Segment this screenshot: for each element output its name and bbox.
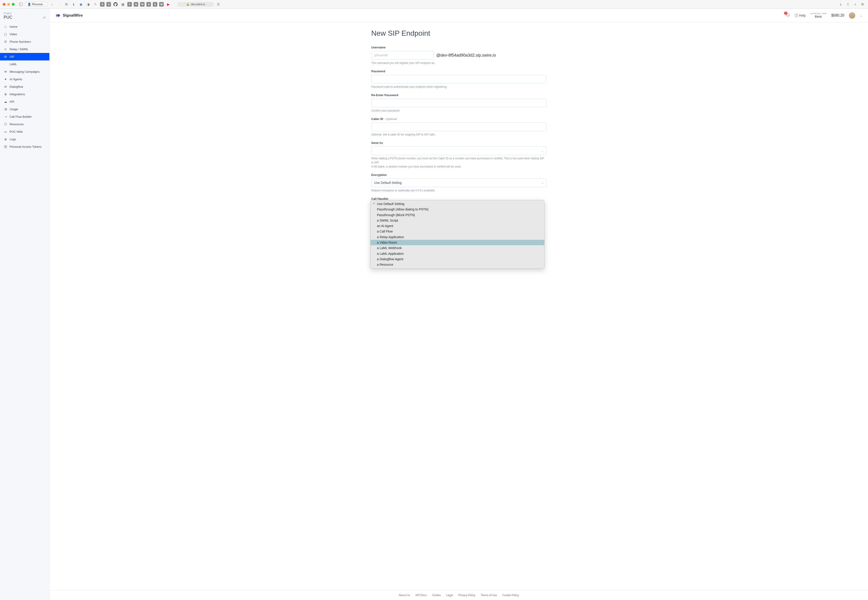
tab-icon-n[interactable]: N [134, 2, 138, 7]
nav-icon: ≣ [4, 138, 7, 141]
close-window-button[interactable] [3, 3, 6, 6]
sidebar-item-video[interactable]: ▢Video [0, 30, 49, 38]
sidebar-item-personal-access-tokens[interactable]: ⚿Personal Access Tokens [0, 143, 49, 150]
project-switch-icon[interactable]: ⇄ [43, 16, 46, 19]
window-controls [3, 3, 15, 6]
sidebar-item-integrations[interactable]: ⊕Integrations [0, 91, 49, 98]
sidebar-item-api[interactable]: ☁API [0, 98, 49, 106]
tab-icon-w[interactable]: W [159, 2, 164, 7]
user-menu-chevron-icon[interactable]: ⌄ [860, 14, 862, 17]
nav-label: LāML [9, 62, 17, 66]
username-input[interactable] [371, 51, 434, 59]
help-label: Help [799, 14, 806, 17]
brand[interactable]: SignalWire [55, 13, 83, 18]
sidebar-item-home[interactable]: ⌂Home [0, 23, 49, 30]
dropdown-option[interactable]: Passthrough (Block PSTN) [370, 212, 544, 218]
dropdown-option[interactable]: a Relay Application [370, 234, 544, 240]
sidebar-item-messaging-campaigns[interactable]: ✉Messaging Campaigns [0, 68, 49, 76]
tab-icon-s1[interactable]: S [100, 2, 105, 7]
footer-link[interactable]: Cookie Policy [502, 594, 519, 597]
tabs-overview-icon[interactable]: ⧉ [860, 2, 865, 7]
tab-icon-a[interactable]: A [146, 2, 151, 7]
project-name: PUC [4, 15, 12, 20]
send-as-field: Send As ⌄ When dialing a PSTN phone numb… [371, 141, 546, 169]
dropdown-option[interactable]: a Video Room [370, 240, 544, 245]
tab-icon-s2[interactable]: S [106, 2, 111, 7]
github-icon[interactable] [113, 2, 118, 7]
brand-logo-icon [55, 13, 61, 18]
notifications-button[interactable]: 2 [786, 13, 790, 18]
back-button[interactable]: ‹ [49, 2, 55, 7]
help-link[interactable]: Help [795, 14, 806, 17]
encryption-label: Encryption [371, 173, 546, 177]
profile-name: Personal [32, 3, 42, 6]
nav-label: SIP [9, 55, 14, 58]
footer-link[interactable]: Legal [446, 594, 453, 597]
sidebar-item-puc-web[interactable]: ▭PUC Web [0, 128, 49, 135]
ext-icon-5[interactable]: ✎ [93, 2, 98, 7]
url-bar[interactable]: 🔒 dev.swire.io [178, 2, 214, 7]
ext-icon-4[interactable]: ◑ [85, 2, 91, 7]
support-tier[interactable]: SUPPORT TIER Basic [810, 12, 827, 18]
share-icon[interactable]: ⇪ [845, 2, 851, 7]
profile-switcher[interactable]: 👤Personal⌄ [26, 2, 47, 7]
nav-icon: ⎋ [4, 47, 7, 51]
ext-icon-3[interactable]: ◉ [78, 2, 83, 7]
sidebar-item-relay-swml[interactable]: ⎋Relay / SWML [0, 45, 49, 53]
download-icon[interactable]: ⤓ [838, 2, 844, 7]
footer-link[interactable]: About Us [399, 594, 410, 597]
footer-link[interactable]: Terms of Use [481, 594, 497, 597]
maximize-window-button[interactable] [12, 3, 15, 6]
password-input[interactable] [371, 75, 546, 83]
sidebar-nav: ⌂Home▢Video✆Phone Numbers⎋Relay / SWML☏S… [0, 22, 49, 600]
sidebar-item-logs[interactable]: ≣Logs [0, 135, 49, 143]
dropdown-option[interactable]: Use Default Setting [370, 201, 544, 207]
sidebar-item-resources[interactable]: ⎔Resources [0, 120, 49, 128]
dropdown-option[interactable]: a LaML Application [370, 251, 544, 256]
dropdown-option[interactable]: a Call Flow [370, 229, 544, 234]
dropdown-option[interactable]: a Resource [370, 262, 544, 267]
password2-label: Re-Enter Password [371, 93, 546, 97]
reader-icon[interactable]: ☰ [215, 2, 221, 7]
sidebar-toggle-icon[interactable] [18, 2, 24, 7]
tab-icon-f[interactable]: F [127, 2, 132, 7]
sidebar-item-call-flow-builder[interactable]: ⇢Call Flow Builder [0, 113, 49, 120]
balance[interactable]: $580.20 [831, 14, 844, 18]
sidebar-item-l-ml[interactable]: LāML [0, 61, 49, 68]
footer-link[interactable]: Guides [432, 594, 441, 597]
send-as-select[interactable]: ⌄ [371, 146, 546, 155]
dropdown-option[interactable]: a LaML Webhook [370, 245, 544, 251]
minimize-window-button[interactable] [7, 3, 10, 6]
footer-link[interactable]: API Docs [415, 594, 427, 597]
username-domain-suffix: @dev-8f54ad90a3d2.sip.swire.io [436, 53, 496, 58]
forward-button[interactable]: › [56, 2, 62, 7]
encryption-select[interactable]: Use Default Setting ⌄ [371, 179, 546, 187]
caller-id-help: Optional. Set a caller ID for outgoing S… [371, 132, 546, 136]
nav-label: AI Agents [9, 77, 22, 81]
dropdown-option[interactable]: Passthrough (Allow dialing to PSTN) [370, 207, 544, 212]
sidebar-item-ai-agents[interactable]: ✦AI Agents [0, 76, 49, 83]
password2-input[interactable] [371, 98, 546, 107]
sidebar-item-phone-numbers[interactable]: ✆Phone Numbers [0, 38, 49, 45]
dropdown-option[interactable]: a Dialogflow Agent [370, 256, 544, 262]
ext-icon-2[interactable]: 🌡 [71, 2, 76, 7]
ext-icon-1[interactable]: ⌘ [64, 2, 69, 7]
footer-link[interactable]: Privacy Policy [458, 594, 475, 597]
user-avatar[interactable] [849, 12, 855, 19]
sidebar-item-sip[interactable]: ☏SIP [0, 53, 49, 61]
sidebar-item-usage[interactable]: ◔Usage [0, 106, 49, 113]
nav-icon: ☏ [4, 55, 7, 58]
nav-label: Home [9, 25, 18, 29]
tab-icon-e[interactable]: E [153, 2, 157, 7]
nav-label: API [9, 100, 14, 103]
tab-icon-m[interactable]: M [140, 2, 144, 7]
dropdown-option[interactable]: a SWML Script [370, 218, 544, 223]
sidebar-item-dialogflow[interactable]: ⇄Dialogflow [0, 83, 49, 91]
nav-icon: ⚿ [4, 145, 7, 148]
dropdown-option[interactable]: an AI Agent [370, 223, 544, 229]
youtube-icon[interactable]: ▶ [165, 2, 171, 7]
encryption-value: Use Default Setting [374, 181, 402, 185]
new-tab-icon[interactable]: + [853, 2, 858, 7]
caller-id-input[interactable] [371, 123, 546, 131]
ext-icon-box[interactable]: ▦ [120, 2, 126, 7]
